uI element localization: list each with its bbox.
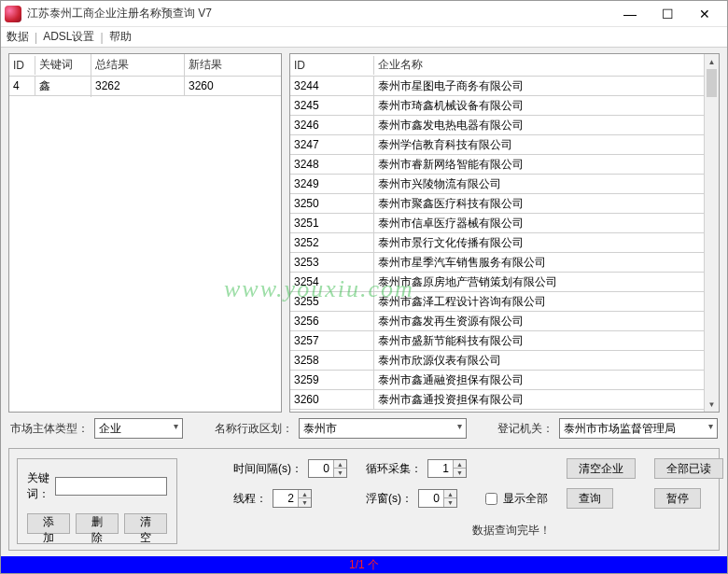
region-label: 名称行政区划： [215,421,293,437]
table-row[interactable]: 3247泰州学信教育科技有限公司 [290,135,704,155]
control-panel: 时间间隔(s)： ▲▼ 循环采集： ▲▼ 清空企业 全部已读 线程： ▲▼ 浮窗… [233,458,728,544]
spinner-down-icon[interactable]: ▼ [453,469,466,477]
keyword-box: 关键词： 添加 删除 清空 [17,458,177,544]
col-id[interactable]: ID [9,56,35,75]
table-row[interactable]: 3246泰州市鑫发电热电器有限公司 [290,116,704,135]
col-keyword[interactable]: 关键词 [35,54,91,76]
add-button[interactable]: 添加 [27,513,70,534]
menu-help[interactable]: 帮助 [109,29,132,45]
spinner-down-icon[interactable]: ▼ [443,498,456,507]
reg-label: 登记机关： [497,421,553,437]
filter-row: 市场主体类型： 企业 名称行政区划： 泰州市 登记机关： 泰州市市场监督管理局 [1,413,727,444]
table-row[interactable]: 3254泰州市鑫原房地产营销策划有限公司 [290,273,704,292]
window-title: 江苏泰州工商企业注册名称预查询 V7 [27,6,611,21]
bottom-panel: 关键词： 添加 删除 清空 时间间隔(s)： ▲▼ 循环采集： ▲▼ 清空企业 … [8,448,720,551]
table-row[interactable]: 3260泰州市鑫通投资担保有限公司 [290,390,704,410]
vertical-scrollbar[interactable]: ▲ ▼ [704,54,719,412]
workarea: ID 关键词 总结果 新结果 4鑫32623260 ID 企业名称 3244泰州… [1,48,727,413]
delete-button[interactable]: 删除 [76,513,119,534]
query-button[interactable]: 查询 [567,488,613,509]
menubar: 数据 | ADSL设置 | 帮助 [1,27,727,48]
status-text: 数据查询完毕！ [233,515,728,539]
close-button[interactable]: ✕ [686,3,723,25]
keyword-input[interactable] [55,477,167,496]
keywords-body: 4鑫32623260 [9,77,281,412]
table-row[interactable]: 3249泰州市兴陵物流有限公司 [290,175,704,194]
show-all-label[interactable]: 显示全部 [503,491,548,507]
table-row[interactable]: 3245泰州市琦鑫机械设备有限公司 [290,96,704,116]
keywords-header: ID 关键词 总结果 新结果 [9,54,281,77]
table-row[interactable]: 3252泰州市景行文化传播有限公司 [290,233,704,253]
menu-data[interactable]: 数据 [7,29,29,45]
float-label: 浮窗(s)： [366,491,413,507]
minimize-button[interactable]: — [611,3,649,25]
results-table: ID 企业名称 3244泰州市星图电子商务有限公司3245泰州市琦鑫机械设备有限… [289,53,720,413]
clear-enterprise-button[interactable]: 清空企业 [567,458,636,479]
col-new[interactable]: 新结果 [185,54,281,76]
scroll-down-icon[interactable]: ▼ [705,397,719,412]
loop-label: 循环采集： [366,461,422,477]
spinner-down-icon[interactable]: ▼ [298,498,311,507]
type-select[interactable]: 企业 [94,418,183,439]
pause-button[interactable]: 暂停 [654,488,701,509]
titlebar: 江苏泰州工商企业注册名称预查询 V7 — ☐ ✕ [1,1,727,27]
spinner-up-icon[interactable]: ▲ [453,460,466,469]
table-row[interactable]: 3257泰州市盛新节能科技有限公司 [290,331,704,351]
window-controls: — ☐ ✕ [611,3,723,25]
table-row[interactable]: 3251泰州市信卓医疗器械有限公司 [290,214,704,233]
thread-label: 线程： [233,491,267,507]
spinner-up-icon[interactable]: ▲ [443,490,456,498]
table-row[interactable]: 3259泰州市鑫通融资担保有限公司 [290,371,704,390]
table-row[interactable]: 3244泰州市星图电子商务有限公司 [290,77,704,96]
col-company-name[interactable]: 企业名称 [374,54,704,76]
spinner-up-icon[interactable]: ▲ [298,490,311,498]
thread-spinner[interactable]: ▲▼ [273,489,312,508]
scroll-up-icon[interactable]: ▲ [705,54,719,69]
keyword-label: 关键词： [27,470,49,502]
table-row[interactable]: 3248泰州市睿新网络智能有限公司 [290,155,704,175]
all-read-button[interactable]: 全部已读 [654,458,723,479]
interval-spinner[interactable]: ▲▼ [308,459,347,478]
spinner-down-icon[interactable]: ▼ [333,469,346,477]
interval-label: 时间间隔(s)： [233,461,302,477]
table-row[interactable]: 3258泰州市欣源仪表有限公司 [290,351,704,371]
show-all-checkbox[interactable] [485,493,497,505]
col-total[interactable]: 总结果 [91,54,185,76]
spinner-up-icon[interactable]: ▲ [333,460,346,469]
col-id[interactable]: ID [290,56,374,75]
type-label: 市场主体类型： [10,421,89,437]
table-row[interactable]: 4鑫32623260 [9,77,281,96]
table-row[interactable]: 3250泰州市聚鑫医疗科技有限公司 [290,194,704,214]
region-select[interactable]: 泰州市 [299,418,467,439]
table-row[interactable]: 3256泰州市鑫发再生资源有限公司 [290,312,704,331]
results-header: ID 企业名称 [290,54,704,77]
clear-button[interactable]: 清空 [124,513,167,534]
table-row[interactable]: 3253泰州市星季汽车销售服务有限公司 [290,253,704,273]
maximize-button[interactable]: ☐ [649,3,686,25]
keywords-table: ID 关键词 总结果 新结果 4鑫32623260 [8,53,282,413]
reg-select[interactable]: 泰州市市场监督管理局 [559,418,718,439]
menu-adsl[interactable]: ADSL设置 [43,29,94,45]
footer-bar: 1/1 个 [1,556,727,573]
table-row[interactable]: 3255泰州市鑫泽工程设计咨询有限公司 [290,292,704,312]
float-spinner[interactable]: ▲▼ [418,489,457,508]
app-icon [5,6,21,22]
scroll-thumb[interactable] [707,69,717,97]
loop-spinner[interactable]: ▲▼ [427,459,467,478]
results-body: 3244泰州市星图电子商务有限公司3245泰州市琦鑫机械设备有限公司3246泰州… [290,77,704,410]
menu-separator: | [35,31,37,44]
menu-separator: | [100,31,103,44]
